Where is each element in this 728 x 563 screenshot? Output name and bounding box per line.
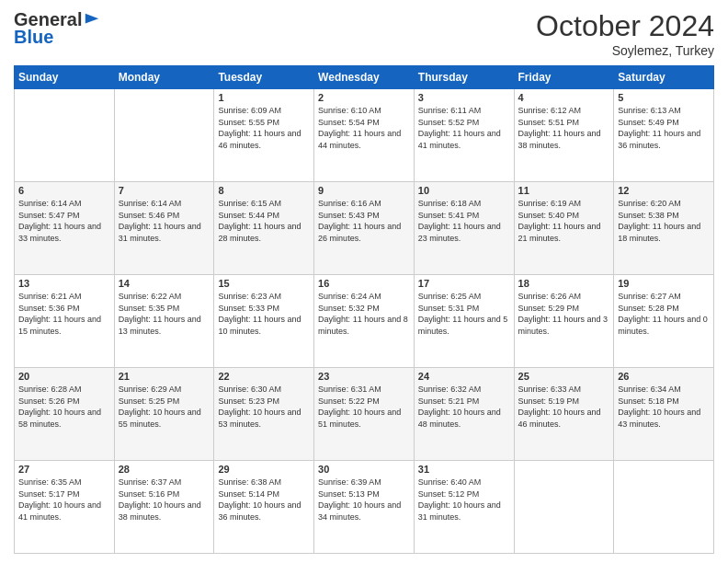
- cell-info-line: Sunset: 5:41 PM: [418, 210, 510, 222]
- cell-info-line: Daylight: 11 hours and 0 minutes.: [618, 314, 710, 337]
- day-number: 26: [618, 371, 710, 382]
- cell-info-line: Sunrise: 6:20 AM: [618, 198, 710, 210]
- calendar-cell-w3-d1: 14Sunrise: 6:22 AMSunset: 5:35 PMDayligh…: [114, 275, 214, 368]
- day-number: 29: [218, 464, 310, 475]
- cell-info-line: Daylight: 11 hours and 33 minutes.: [18, 221, 110, 244]
- day-number: 27: [18, 464, 110, 475]
- day-number: 11: [518, 185, 610, 196]
- cell-info-line: Daylight: 11 hours and 8 minutes.: [318, 314, 410, 337]
- calendar-cell-w5-d2: 29Sunrise: 6:38 AMSunset: 5:14 PMDayligh…: [214, 461, 314, 554]
- day-number: 23: [318, 371, 410, 382]
- cell-info-line: Sunset: 5:31 PM: [418, 303, 510, 315]
- week-row-1: 1Sunrise: 6:09 AMSunset: 5:55 PMDaylight…: [15, 89, 714, 182]
- cell-info-line: Daylight: 10 hours and 53 minutes.: [218, 407, 310, 430]
- calendar-header-row: Sunday Monday Tuesday Wednesday Thursday…: [15, 66, 714, 89]
- cell-info-line: Sunrise: 6:26 AM: [518, 291, 610, 303]
- calendar-cell-w3-d3: 16Sunrise: 6:24 AMSunset: 5:32 PMDayligh…: [314, 275, 415, 368]
- cell-info-line: Daylight: 10 hours and 55 minutes.: [119, 407, 210, 430]
- cell-info-line: Daylight: 10 hours and 51 minutes.: [318, 407, 410, 430]
- header-monday: Monday: [114, 66, 214, 89]
- cell-info-line: Daylight: 11 hours and 21 minutes.: [518, 221, 610, 244]
- day-number: 9: [318, 185, 410, 196]
- cell-info-line: Sunset: 5:55 PM: [218, 117, 310, 129]
- cell-info-line: Daylight: 10 hours and 43 minutes.: [618, 407, 710, 430]
- cell-info-line: Sunrise: 6:40 AM: [418, 477, 510, 488]
- cell-info-line: Sunrise: 6:19 AM: [518, 198, 610, 210]
- calendar-cell-w2-d2: 8Sunrise: 6:15 AMSunset: 5:44 PMDaylight…: [214, 182, 314, 275]
- cell-info-line: Sunset: 5:51 PM: [518, 117, 610, 129]
- title-block: October 2024 Soylemez, Turkey: [536, 9, 714, 58]
- cell-info-line: Sunset: 5:33 PM: [218, 303, 310, 315]
- cell-info-line: Sunset: 5:25 PM: [119, 396, 210, 408]
- cell-info-line: Daylight: 11 hours and 46 minutes.: [218, 128, 310, 151]
- cell-info-line: Daylight: 11 hours and 38 minutes.: [518, 128, 610, 151]
- cell-info-line: Sunrise: 6:29 AM: [119, 384, 210, 396]
- cell-info-line: Sunset: 5:35 PM: [119, 303, 210, 315]
- cell-info-line: Sunset: 5:32 PM: [318, 303, 410, 315]
- cell-info-line: Daylight: 11 hours and 26 minutes.: [318, 221, 410, 244]
- cell-info-line: Sunset: 5:13 PM: [318, 488, 410, 500]
- cell-info-line: Daylight: 10 hours and 48 minutes.: [418, 407, 510, 430]
- calendar-cell-w4-d3: 23Sunrise: 6:31 AMSunset: 5:22 PMDayligh…: [314, 368, 415, 461]
- calendar-cell-w2-d6: 12Sunrise: 6:20 AMSunset: 5:38 PMDayligh…: [614, 182, 714, 275]
- cell-info-line: Daylight: 10 hours and 41 minutes.: [18, 500, 110, 523]
- calendar-cell-w1-d4: 3Sunrise: 6:11 AMSunset: 5:52 PMDaylight…: [414, 89, 514, 182]
- calendar-cell-w1-d6: 5Sunrise: 6:13 AMSunset: 5:49 PMDaylight…: [614, 89, 714, 182]
- calendar-cell-w3-d4: 17Sunrise: 6:25 AMSunset: 5:31 PMDayligh…: [414, 275, 514, 368]
- cell-info-line: Daylight: 11 hours and 31 minutes.: [119, 221, 210, 244]
- calendar-cell-w1-d5: 4Sunrise: 6:12 AMSunset: 5:51 PMDaylight…: [514, 89, 614, 182]
- cell-info-line: Daylight: 11 hours and 13 minutes.: [119, 314, 210, 337]
- day-number: 21: [119, 371, 210, 382]
- cell-info-line: Daylight: 11 hours and 44 minutes.: [318, 128, 410, 151]
- cell-info-line: Sunrise: 6:15 AM: [218, 198, 310, 210]
- calendar-cell-w3-d6: 19Sunrise: 6:27 AMSunset: 5:28 PMDayligh…: [614, 275, 714, 368]
- cell-info-line: Sunset: 5:46 PM: [119, 210, 210, 222]
- cell-info-line: Sunrise: 6:16 AM: [318, 198, 410, 210]
- calendar-cell-w2-d5: 11Sunrise: 6:19 AMSunset: 5:40 PMDayligh…: [514, 182, 614, 275]
- day-number: 22: [218, 371, 310, 382]
- cell-info-line: Sunset: 5:44 PM: [218, 210, 310, 222]
- calendar-cell-w1-d1: [114, 89, 214, 182]
- cell-info-line: Sunrise: 6:09 AM: [218, 105, 310, 117]
- calendar-cell-w3-d0: 13Sunrise: 6:21 AMSunset: 5:36 PMDayligh…: [15, 275, 115, 368]
- calendar-cell-w2-d1: 7Sunrise: 6:14 AMSunset: 5:46 PMDaylight…: [114, 182, 214, 275]
- week-row-4: 20Sunrise: 6:28 AMSunset: 5:26 PMDayligh…: [15, 368, 714, 461]
- day-number: 30: [318, 464, 410, 475]
- cell-info-line: Daylight: 11 hours and 18 minutes.: [618, 221, 710, 244]
- calendar-cell-w2-d4: 10Sunrise: 6:18 AMSunset: 5:41 PMDayligh…: [414, 182, 514, 275]
- day-number: 15: [218, 278, 310, 289]
- cell-info-line: Sunrise: 6:14 AM: [18, 198, 110, 210]
- day-number: 31: [418, 464, 510, 475]
- cell-info-line: Sunrise: 6:34 AM: [618, 384, 710, 396]
- header-tuesday: Tuesday: [214, 66, 314, 89]
- cell-info-line: Sunrise: 6:38 AM: [218, 477, 310, 488]
- cell-info-line: Sunrise: 6:28 AM: [18, 384, 110, 396]
- day-number: 28: [119, 464, 210, 475]
- cell-info-line: Daylight: 11 hours and 23 minutes.: [418, 221, 510, 244]
- cell-info-line: Sunset: 5:23 PM: [218, 396, 310, 408]
- header-saturday: Saturday: [614, 66, 714, 89]
- cell-info-line: Daylight: 11 hours and 36 minutes.: [618, 128, 710, 151]
- calendar-cell-w4-d6: 26Sunrise: 6:34 AMSunset: 5:18 PMDayligh…: [614, 368, 714, 461]
- page: General Blue October 2024 Soylemez, Turk…: [0, 0, 728, 563]
- cell-info-line: Sunset: 5:36 PM: [18, 303, 110, 315]
- week-row-2: 6Sunrise: 6:14 AMSunset: 5:47 PMDaylight…: [15, 182, 714, 275]
- calendar-cell-w1-d0: [15, 89, 115, 182]
- cell-info-line: Sunrise: 6:35 AM: [18, 477, 110, 488]
- cell-info-line: Daylight: 10 hours and 31 minutes.: [418, 500, 510, 523]
- day-number: 1: [218, 92, 310, 103]
- cell-info-line: Daylight: 11 hours and 3 minutes.: [518, 314, 610, 337]
- header-friday: Friday: [514, 66, 614, 89]
- cell-info-line: Sunset: 5:43 PM: [318, 210, 410, 222]
- calendar-cell-w3-d5: 18Sunrise: 6:26 AMSunset: 5:29 PMDayligh…: [514, 275, 614, 368]
- cell-info-line: Sunset: 5:40 PM: [518, 210, 610, 222]
- cell-info-line: Sunset: 5:38 PM: [618, 210, 710, 222]
- cell-info-line: Sunset: 5:54 PM: [318, 117, 410, 129]
- cell-info-line: Sunrise: 6:31 AM: [318, 384, 410, 396]
- day-number: 16: [318, 278, 410, 289]
- week-row-5: 27Sunrise: 6:35 AMSunset: 5:17 PMDayligh…: [15, 461, 714, 554]
- logo: General Blue: [14, 9, 100, 48]
- cell-info-line: Sunset: 5:12 PM: [418, 488, 510, 500]
- cell-info-line: Sunrise: 6:37 AM: [119, 477, 210, 488]
- day-number: 14: [119, 278, 210, 289]
